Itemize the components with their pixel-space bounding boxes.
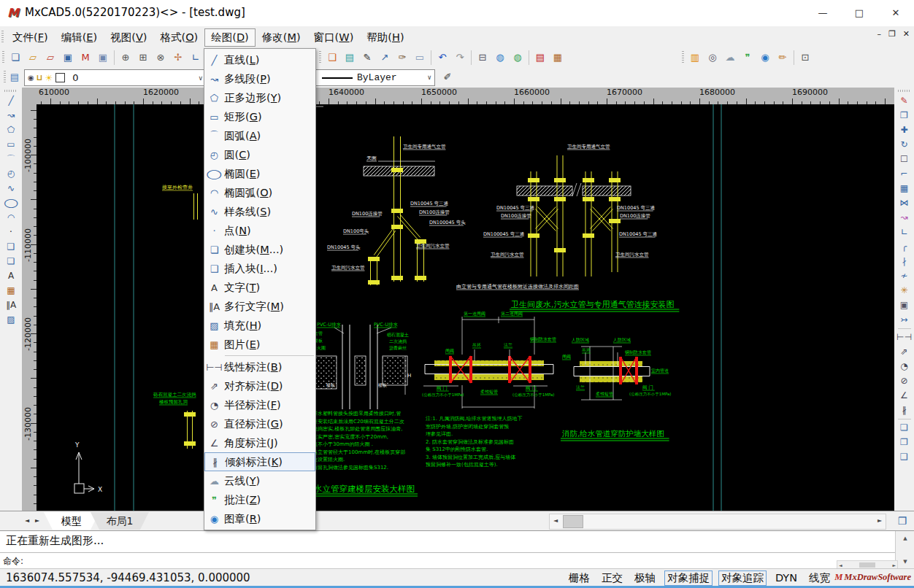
- print-icon[interactable]: ⊟: [475, 50, 491, 66]
- status-toggle-对象追踪[interactable]: 对象追踪: [718, 570, 767, 586]
- menubar-item-V[interactable]: 视图(V): [104, 28, 153, 47]
- rotate-icon[interactable]: ↻: [896, 138, 913, 152]
- linetype-combobox[interactable]: ByLayer ∨: [315, 69, 435, 86]
- linear-dim-icon[interactable]: ⊢⊣: [896, 330, 913, 344]
- draw-menu-item-rectangle[interactable]: ▭矩形(G): [204, 107, 315, 126]
- menubar-item-H[interactable]: 帮助(H): [360, 28, 410, 47]
- zoom-extents-icon[interactable]: ⊗: [153, 50, 169, 66]
- draw-menu-item-spline[interactable]: ∿样条线(S): [204, 202, 315, 221]
- draw-menu-item-polyline[interactable]: ↝多线段(P): [204, 69, 315, 88]
- command-prompt[interactable]: 命令:: [3, 555, 23, 568]
- draw-menu-item-line[interactable]: ╱直线(L): [204, 50, 315, 69]
- tag-icon[interactable]: ◎: [704, 50, 721, 66]
- draw-menu-item-ellipse[interactable]: ◯椭圆(E): [204, 164, 315, 183]
- draw-menu-item-linear-dim[interactable]: ⊢⊣线性标注(B): [204, 357, 315, 376]
- menubar-item-D[interactable]: 绘图(D): [204, 28, 256, 47]
- wipeout-icon[interactable]: ▭: [412, 50, 428, 66]
- status-toggle-极轴[interactable]: 极轴: [631, 570, 658, 586]
- draw-menu-item-arc[interactable]: ⌒圆弧(A): [204, 126, 315, 145]
- hyperlink-icon[interactable]: ↗: [377, 50, 393, 66]
- ellipse-arc-icon[interactable]: ◠: [3, 211, 19, 225]
- zoom-window-icon[interactable]: ⊞: [135, 50, 151, 66]
- new-file-icon[interactable]: ❏: [7, 50, 23, 66]
- web-publish-icon[interactable]: ◍: [510, 50, 526, 66]
- layer-lock-icon[interactable]: ⊔: [37, 73, 43, 82]
- mtext-icon[interactable]: ∥A: [3, 298, 19, 312]
- array-icon[interactable]: ▦: [896, 182, 913, 196]
- offset-icon[interactable]: ⌐: [896, 167, 913, 181]
- scroll-left-button[interactable]: ◄: [839, 562, 842, 568]
- explode-icon[interactable]: ✳: [896, 284, 913, 298]
- match-properties-icon[interactable]: ✑: [394, 50, 410, 66]
- comment-icon[interactable]: ❞: [740, 50, 756, 66]
- draw-menu-item-angular-dim[interactable]: ∠角度标注(J): [204, 433, 315, 452]
- radius-dim-icon[interactable]: ◔: [896, 360, 913, 374]
- draw-menu-item-radius-dim[interactable]: ◔半径标注(F): [204, 395, 315, 414]
- draw-order-front-icon[interactable]: ❏: [896, 421, 913, 435]
- toolbar-grip[interactable]: [2, 51, 4, 64]
- layer-combobox[interactable]: ◉ ⊔ ☀ 0 ∨: [24, 69, 207, 86]
- image-icon[interactable]: ▦: [3, 284, 19, 298]
- pan-icon[interactable]: ✢: [170, 50, 186, 66]
- draw-menu-item-mtext[interactable]: ∥A多行文字(M): [204, 297, 315, 316]
- draw-menu-item-oblique-dim[interactable]: ∦倾斜标注(K): [204, 452, 315, 471]
- mdi-minimize-button[interactable]: –: [877, 29, 881, 39]
- layer-color-swatch[interactable]: [55, 73, 65, 82]
- draw-menu-item-circle[interactable]: ◴圆(C): [204, 145, 315, 164]
- draw-menu-item-stamp[interactable]: ◉图章(R): [204, 509, 315, 528]
- hatch-icon[interactable]: ▨: [3, 313, 19, 327]
- erase-icon[interactable]: ✎: [896, 94, 913, 108]
- draw-menu-item-hatch[interactable]: ▨填充(H): [204, 316, 315, 335]
- export-pdf-icon[interactable]: ▤: [532, 50, 548, 66]
- draw-menu-item-diameter-dim[interactable]: ⊘直径标注(G): [204, 414, 315, 433]
- draw-order-icon[interactable]: ❑: [324, 50, 340, 66]
- mxcad-brand-icon[interactable]: M: [77, 50, 93, 66]
- menubar-item-F[interactable]: 文件(F): [6, 28, 55, 47]
- mdi-close-button[interactable]: ✕: [903, 29, 910, 39]
- draw-menu-item-polygon[interactable]: ⬠正多边形(Y): [204, 88, 315, 107]
- angular-dim-icon[interactable]: ∠: [896, 389, 913, 403]
- mirror-icon[interactable]: ⋈: [896, 196, 913, 210]
- menubar-item-M[interactable]: 修改(M): [256, 28, 307, 47]
- insert-image-icon[interactable]: ▦: [550, 50, 566, 66]
- line-icon[interactable]: ╱: [3, 94, 19, 108]
- toolbar-grip[interactable]: [319, 51, 321, 64]
- tab-next-button[interactable]: ►: [32, 514, 42, 527]
- draw-menu-item-create-block[interactable]: ❏创建块(M...): [204, 240, 315, 259]
- arc-icon[interactable]: ⌒: [3, 152, 19, 166]
- layer-freeze-icon[interactable]: ☀: [45, 73, 53, 83]
- ellipse-icon[interactable]: ◯: [3, 196, 19, 210]
- save-file-icon[interactable]: ▣: [60, 50, 76, 66]
- draw-menu-item-aligned-dim[interactable]: ⇗对齐标注(D): [204, 376, 315, 395]
- paint-icon[interactable]: ✎: [359, 50, 375, 66]
- polyline-icon[interactable]: ↝: [3, 109, 19, 123]
- color-control-icon[interactable]: ▤: [342, 50, 358, 66]
- tab-model[interactable]: 模型: [44, 512, 99, 530]
- scrollbar-thumb[interactable]: [859, 562, 875, 568]
- circle-icon[interactable]: ◴: [3, 167, 19, 181]
- minimize-button[interactable]: —: [804, 0, 841, 26]
- fillet-arc-icon[interactable]: ╭: [896, 240, 913, 254]
- scroll-up-button[interactable]: ▲: [896, 533, 914, 544]
- menubar-item-E[interactable]: 编辑(E): [55, 28, 104, 47]
- ucs-icon[interactable]: ∟: [188, 50, 204, 66]
- linetype-brush-icon[interactable]: ✐: [439, 69, 456, 85]
- scroll-right-button[interactable]: ►: [892, 562, 896, 568]
- stretch-icon[interactable]: ↝: [896, 211, 913, 225]
- window-cascade-icon[interactable]: ❐: [894, 513, 911, 529]
- insert-block-icon[interactable]: ❑: [3, 240, 19, 254]
- tab-layout1[interactable]: 布局1: [91, 512, 149, 530]
- undo-icon[interactable]: ↶: [434, 50, 450, 66]
- draw-menu-item-point[interactable]: ·点(N): [204, 221, 315, 240]
- open-file-icon[interactable]: ▱: [25, 50, 41, 66]
- status-toggle-DYN[interactable]: DYN: [772, 571, 800, 584]
- drawing-canvas[interactable]: 接至外检查井砾石混凝土二次浇捣楼板预留孔洞天面卫生间专用通气立管DN10045 …: [37, 104, 894, 511]
- copy-icon[interactable]: ❐: [896, 109, 913, 123]
- maximize-button[interactable]: □: [841, 0, 877, 26]
- status-toggle-线宽[interactable]: 线宽: [806, 570, 833, 586]
- web-icon[interactable]: ◍: [492, 50, 508, 66]
- count-icon[interactable]: ▥: [687, 50, 703, 66]
- draw-menu-item-comment[interactable]: ❞批注(Z): [204, 490, 315, 509]
- move-icon[interactable]: ✚: [896, 123, 913, 137]
- chevron-down-icon[interactable]: ∨: [428, 74, 431, 82]
